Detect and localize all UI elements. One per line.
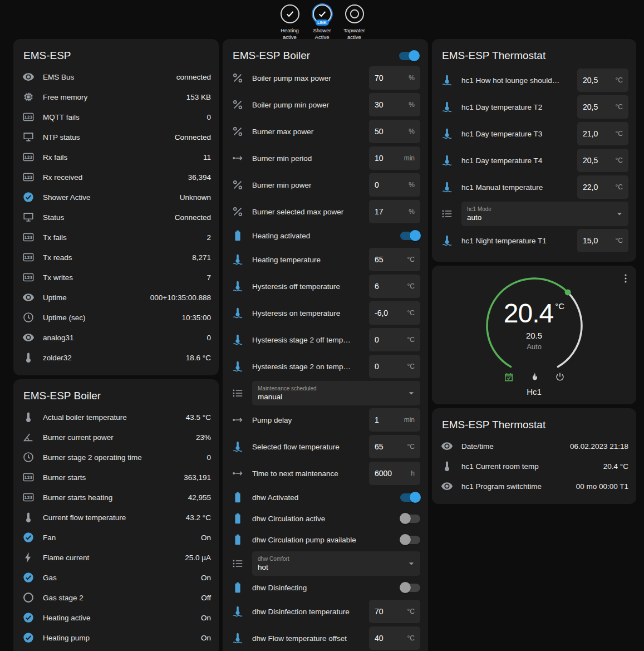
column-left: EMS-ESP EMS BusconnectedFree memory153 K… xyxy=(13,39,219,651)
row-ems-bus[interactable]: EMS Busconnected xyxy=(22,67,211,87)
row-analog31[interactable]: analog310 xyxy=(22,327,211,347)
row-gas[interactable]: GasOn xyxy=(22,567,211,588)
row-actual-boiler-temperature[interactable]: Actual boiler temperature43.5 °C xyxy=(22,407,211,427)
number-input-selected-flow-temperature[interactable]: 65°C xyxy=(369,435,420,458)
card-title: EMS-ESP xyxy=(22,46,211,67)
row-heating-active[interactable]: Heating activeOn xyxy=(22,608,211,628)
row-hc1-night-temperature-t1: hc1 Night temperature T115,0°C xyxy=(441,227,628,254)
select-maintenance-scheduled[interactable]: Maintenance scheduledmanual xyxy=(252,381,420,405)
number-input-burner-min-period[interactable]: 10min xyxy=(369,146,420,170)
check-circle-icon xyxy=(22,611,35,624)
number-input-boiler-pump-min-power[interactable]: 30% xyxy=(369,93,420,116)
fire-icon[interactable] xyxy=(529,371,540,383)
number-unit: % xyxy=(409,101,415,109)
row-ntp-status[interactable]: NTP statusConnected xyxy=(22,127,211,147)
row-burner-starts-heating[interactable]: 123Burner starts heating42,955 xyxy=(22,487,211,507)
row-tx-reads[interactable]: 123Tx reads8,271 xyxy=(22,247,211,267)
entity-label: Fan xyxy=(43,533,193,542)
row-free-memory[interactable]: Free memory153 KB xyxy=(22,87,211,107)
row-burner-current-power[interactable]: Burner current power23% xyxy=(22,427,211,447)
number-unit: °C xyxy=(407,443,415,451)
number-input-heating-temperature[interactable]: 65°C xyxy=(369,248,420,271)
toggle-heating-activated[interactable] xyxy=(400,232,420,240)
row-rx-received[interactable]: 123Rx received36,394 xyxy=(22,167,211,187)
power-icon[interactable] xyxy=(554,371,566,383)
select-dhw-comfort[interactable]: dhw Comforthot xyxy=(252,551,420,576)
svg-text:123: 123 xyxy=(24,495,32,500)
row-burner-starts[interactable]: 123Burner starts363,191 xyxy=(22,467,211,487)
entity-label: Burner min period xyxy=(252,154,361,163)
select-hc1-mode[interactable]: hc1 Modeauto xyxy=(461,202,628,226)
badge-shower-active[interactable]: LINK Shower Active xyxy=(309,4,336,41)
row-status[interactable]: StatusConnected xyxy=(22,207,211,227)
thermometer-icon xyxy=(22,511,35,523)
row-heating-pump[interactable]: Heating pumpOn xyxy=(22,628,211,648)
number-input-hc1-day-temperature-t2[interactable]: 20,5°C xyxy=(577,95,628,119)
number-input-hysteresis-stage-2-on-temp[interactable]: 0°C xyxy=(369,355,420,378)
number-input-hc1-night-temperature-t1[interactable]: 15,0°C xyxy=(577,229,628,252)
temperature-unit: °C xyxy=(555,301,564,311)
number-input-hc1-day-temperature-t3[interactable]: 21,0°C xyxy=(577,122,628,145)
entity-label: Heating pump xyxy=(43,634,193,642)
row-mqtt-fails[interactable]: 123MQTT fails0 xyxy=(22,107,211,127)
number-input-hc1-day-temperature-t4[interactable]: 20,5°C xyxy=(577,149,628,172)
number-input-dhw-disinfection-temperature[interactable]: 70°C xyxy=(369,600,420,623)
monitor-icon xyxy=(22,211,35,223)
ray-icon xyxy=(232,467,244,479)
select-label: Maintenance scheduled xyxy=(258,385,404,391)
select-label: hc1 Mode xyxy=(467,206,612,212)
entity-label: Burner starts xyxy=(43,473,175,482)
row-hc1-current-room-temp[interactable]: hc1 Current room temp20.4 °C xyxy=(441,456,628,476)
number-input-hc1-how-hot-lounge-should[interactable]: 20,5°C xyxy=(577,68,628,92)
entity-label: Gas stage 2 xyxy=(43,594,193,602)
entity-label: EMS Bus xyxy=(43,73,168,81)
number-input-hysteresis-on-temperature[interactable]: -6,0°C xyxy=(369,301,420,325)
number-input-pump-delay[interactable]: 1min xyxy=(369,408,420,432)
row-rx-fails[interactable]: 123Rx fails11 xyxy=(22,147,211,167)
row-burner-stage-2-operating-time[interactable]: Burner stage 2 operating time0 xyxy=(22,447,211,467)
number-input-time-to-next-maintenance[interactable]: 6000h xyxy=(369,462,420,485)
toggle-dhw-disinfecting[interactable] xyxy=(400,584,420,592)
entity-label: dhw Circulation active xyxy=(252,515,392,523)
entity-value: 43.2 °C xyxy=(186,513,211,522)
row-zolder32[interactable]: zolder3218.6 °C xyxy=(22,347,211,368)
row-date-time[interactable]: Date/time06.02.2023 21:18 xyxy=(441,436,628,456)
row-tx-writes[interactable]: 123Tx writes7 xyxy=(22,267,211,287)
entity-value: 36,394 xyxy=(188,173,211,182)
select-value: hot xyxy=(258,563,404,571)
number-input-burner-max-power[interactable]: 50% xyxy=(369,120,420,143)
toggle-dhw-circulation-active[interactable] xyxy=(400,515,420,523)
number-input-boiler-pump-max-power[interactable]: 70% xyxy=(369,66,420,90)
row-current-flow-temperature[interactable]: Current flow temperature43.2 °C xyxy=(22,507,211,527)
boiler-card-power-toggle[interactable] xyxy=(399,52,419,60)
toggle-dhw-activated[interactable] xyxy=(400,493,420,502)
number-input-hysteresis-off-temperature[interactable]: 6°C xyxy=(369,275,420,298)
badge-tapwater-active[interactable]: Tapwater active xyxy=(341,4,368,41)
percent-icon xyxy=(232,179,244,191)
row-shower-active[interactable]: Shower ActiveUnknown xyxy=(22,187,211,207)
row-uptime-sec[interactable]: Uptime (sec)10:35:00 xyxy=(22,307,211,327)
toggle-dhw-circulation-pump-available[interactable] xyxy=(400,536,420,544)
badge-heating-active[interactable]: Heating active xyxy=(277,4,303,41)
entity-value: Unknown xyxy=(180,193,211,202)
thermostat-dial[interactable]: 20.4°C 20.5 Auto xyxy=(472,275,597,383)
more-options-icon[interactable] xyxy=(620,272,632,285)
number-input-hysteresis-stage-2-off-temp[interactable]: 0°C xyxy=(369,328,420,351)
row-uptime[interactable]: Uptime000+10:35:00.888 xyxy=(22,287,211,307)
number-input-burner-selected-max-power[interactable]: 17% xyxy=(369,200,420,223)
list-icon xyxy=(232,557,244,570)
row-gas-stage-2[interactable]: Gas stage 2Off xyxy=(22,588,211,608)
number-value: 22,0 xyxy=(583,183,598,192)
thermometer-icon xyxy=(22,411,35,423)
row-hc1-program-switchtime[interactable]: hc1 Program switchtime00 mo 00:00 T1 xyxy=(441,476,628,496)
number-input-hc1-manual-temperature[interactable]: 22,0°C xyxy=(577,175,628,199)
row-fan[interactable]: FanOn xyxy=(22,527,211,547)
number-input-dhw-flow-temperature-offset[interactable]: 40°C xyxy=(369,626,420,650)
row-tx-fails[interactable]: 123Tx fails2 xyxy=(22,227,211,247)
entity-label: hc1 Manual temperature xyxy=(461,183,569,192)
entity-label: Date/time xyxy=(461,442,562,451)
number-input-burner-min-power[interactable]: 0% xyxy=(369,173,420,197)
row-maintenance-scheduled: Maintenance scheduledmanual xyxy=(232,380,420,407)
row-flame-current[interactable]: Flame current25.0 µA xyxy=(22,547,211,567)
calendar-check-icon[interactable] xyxy=(503,371,514,383)
